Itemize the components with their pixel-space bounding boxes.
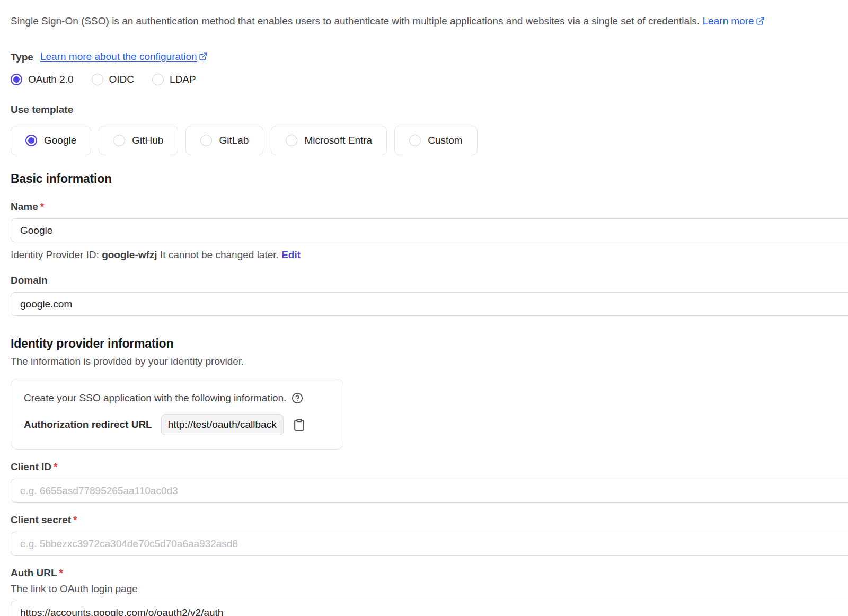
template-card-label: GitLab [219,135,249,146]
radio-unselected-icon [286,135,297,146]
radio-unselected-icon [152,74,164,85]
external-link-icon [756,15,765,29]
domain-field-label: Domain [11,275,848,286]
sso-description: Single Sign-On (SSO) is an authenticatio… [11,14,848,29]
client-id-field-label: Client ID* [11,461,848,473]
sso-app-callout: Create your SSO application with the fol… [11,379,343,450]
learn-more-link[interactable]: Learn more [702,15,764,27]
idp-information-heading: Identity provider information [11,337,848,351]
required-asterisk: * [40,201,44,212]
radio-option-oidc[interactable]: OIDC [92,74,135,85]
copy-button[interactable] [293,418,306,432]
client-secret-input[interactable] [11,532,848,556]
external-link-icon [199,52,208,64]
client-id-label-text: Client ID [11,461,51,472]
template-card-label: GitHub [132,135,163,146]
radio-option-ldap[interactable]: LDAP [152,74,196,85]
type-label: Type [11,51,33,63]
provider-id-value: google-wfzj [102,249,157,260]
learn-more-label: Learn more [702,15,754,27]
name-label-text: Name [11,201,38,212]
radio-unselected-icon [409,135,421,146]
radio-label: LDAP [170,74,196,85]
callout-instruction-row: Create your SSO application with the fol… [24,392,330,404]
auth-url-helper: The link to OAuth login page [11,583,848,595]
idp-information-subtitle: The information is provided by your iden… [11,356,848,367]
radio-option-oauth2[interactable]: OAuth 2.0 [11,74,74,85]
required-asterisk: * [54,461,57,472]
callout-instruction-text: Create your SSO application with the fol… [24,392,286,404]
redirect-url-value: http://test/oauth/callback [161,414,284,435]
template-card-group: Google GitHub GitLab Microsoft Entra Cus… [11,126,848,155]
name-input[interactable] [11,218,848,242]
template-card-gitlab[interactable]: GitLab [186,126,263,155]
auth-url-label-text: Auth URL [11,567,57,578]
auth-url-input[interactable] [11,601,848,616]
provider-id-suffix: It cannot be changed later. [157,249,282,260]
radio-selected-icon [25,135,37,146]
provider-id-prefix: Identity Provider ID: [11,249,102,260]
redirect-url-row: Authorization redirect URL http://test/o… [24,414,330,435]
template-card-github[interactable]: GitHub [99,126,178,155]
template-card-label: Custom [428,135,462,146]
type-radio-group: OAuth 2.0 OIDC LDAP [11,74,848,85]
sso-description-text: Single Sign-On (SSO) is an authenticatio… [11,15,700,27]
domain-input[interactable] [11,292,848,316]
radio-unselected-icon [113,135,125,146]
configuration-docs-link[interactable]: Learn more about the configuration [40,51,208,64]
radio-label: OAuth 2.0 [28,74,74,85]
template-card-google[interactable]: Google [11,126,91,155]
basic-information-heading: Basic information [11,172,848,186]
auth-url-field-label: Auth URL* [11,567,848,579]
client-secret-field-label: Client secret* [11,514,848,526]
client-secret-label-text: Client secret [11,514,71,525]
use-template-label: Use template [11,104,848,116]
clipboard-icon [293,425,306,433]
edit-provider-id-link[interactable]: Edit [281,249,301,260]
provider-id-note: Identity Provider ID: google-wfzj It can… [11,249,848,261]
radio-selected-icon [11,74,22,85]
name-field-label: Name* [11,201,848,213]
required-asterisk: * [59,567,63,578]
help-icon[interactable] [292,392,303,404]
radio-label: OIDC [109,74,135,85]
type-section-header: Type Learn more about the configuration [11,51,848,64]
required-asterisk: * [73,514,77,525]
template-card-custom[interactable]: Custom [394,126,477,155]
client-id-input[interactable] [11,479,848,503]
configuration-docs-label: Learn more about the configuration [40,51,197,62]
template-card-microsoft-entra[interactable]: Microsoft Entra [271,126,387,155]
sso-settings-page: { "required_marker": "*", "intro": { "te… [0,0,848,616]
template-card-label: Google [44,135,76,146]
template-card-label: Microsoft Entra [304,135,372,146]
radio-unselected-icon [92,74,103,85]
radio-unselected-icon [200,135,212,146]
redirect-url-label: Authorization redirect URL [24,419,152,430]
